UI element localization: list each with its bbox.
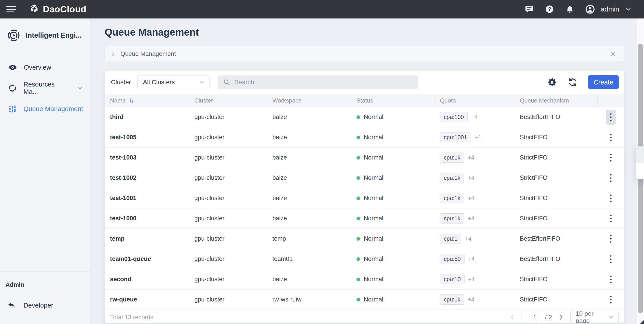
cell-cluster: gpu-cluster xyxy=(189,269,267,289)
cell-queue-mechanism: BestEffortFIFO xyxy=(514,229,598,249)
cell-status: Normal xyxy=(351,208,434,229)
cluster-select-value: All Clusters xyxy=(143,79,175,86)
row-actions-button[interactable] xyxy=(606,130,616,145)
quota-chip: cpu:50 xyxy=(440,254,464,264)
refresh-icon[interactable] xyxy=(567,77,578,88)
cell-name: rw-queue xyxy=(105,290,189,310)
prev-page-icon[interactable] xyxy=(509,314,516,321)
menu-icon[interactable] xyxy=(6,6,16,12)
sidebar-item-queue-management[interactable]: Queue Management xyxy=(0,98,90,119)
product-label: Intelligent Engi... xyxy=(26,31,82,39)
cell-quota: cpu:1k +4 xyxy=(434,290,514,310)
cell-actions xyxy=(598,148,624,168)
menu-item-delete[interactable]: Delete xyxy=(636,163,644,179)
cell-actions xyxy=(598,127,624,147)
status-label: Normal xyxy=(364,276,383,283)
cell-actions xyxy=(598,168,624,188)
status-dot xyxy=(356,176,360,180)
chevron-down-icon xyxy=(77,85,84,91)
cluster-select[interactable]: All Clusters xyxy=(137,75,210,89)
help-icon[interactable]: ? xyxy=(545,4,554,14)
row-actions-button[interactable] xyxy=(606,171,616,185)
chat-icon[interactable] xyxy=(524,4,534,14)
user-menu[interactable]: admin xyxy=(585,4,632,14)
row-actions-button[interactable] xyxy=(606,150,616,165)
svg-text:?: ? xyxy=(548,6,551,12)
quota-chip: cpu:1001 xyxy=(440,132,471,142)
row-actions-button[interactable] xyxy=(606,272,616,287)
cell-quota: cpu:50 +4 xyxy=(434,249,514,269)
status-dot xyxy=(356,156,360,160)
cell-actions xyxy=(598,107,624,127)
cell-cluster: gpu-cluster xyxy=(189,168,267,188)
cell-workspace: baize xyxy=(267,208,351,229)
status-label: Normal xyxy=(364,296,383,303)
row-actions-button[interactable] xyxy=(606,211,616,226)
gear-icon[interactable] xyxy=(546,77,558,88)
per-page-select[interactable]: 10 per page xyxy=(570,311,619,323)
close-icon[interactable] xyxy=(610,51,616,57)
main: Queue Management Queue Management Cluste… xyxy=(90,18,636,324)
resources-icon xyxy=(8,84,17,92)
status-dot xyxy=(356,298,360,302)
cell-actions xyxy=(598,188,624,208)
breadcrumb-tab[interactable]: Queue Management xyxy=(120,50,176,57)
cell-queue-mechanism: BestEffortFIFO xyxy=(514,107,598,127)
cell-status: Normal xyxy=(351,290,434,310)
search-box xyxy=(218,75,418,89)
cell-name: team01-queue xyxy=(105,249,189,269)
table-header: Name Cluster Workspace Status Quota Queu… xyxy=(105,94,624,107)
sidebar-item-label: Developer xyxy=(24,302,53,309)
sidebar: Intelligent Engi... Overview xyxy=(0,18,90,324)
pagination: / 2 10 per page xyxy=(509,311,619,323)
row-actions-button[interactable] xyxy=(606,191,616,206)
row-actions-button[interactable] xyxy=(606,252,616,267)
topbar: DaoCloud ? xyxy=(0,0,644,18)
column-label: Name xyxy=(110,97,126,104)
row-actions-button[interactable] xyxy=(606,110,616,125)
column-label: Queue Mechanism xyxy=(520,97,569,104)
status-dot xyxy=(356,136,360,139)
sidebar-product[interactable]: Intelligent Engi... xyxy=(0,18,90,51)
cell-name: second xyxy=(105,269,189,289)
status-dot xyxy=(356,278,360,281)
table-row: third gpu-cluster baize Normal cpu:100 +… xyxy=(105,107,624,127)
row-actions-button[interactable] xyxy=(606,292,616,307)
quota-chip: cpu:1k xyxy=(440,153,464,163)
breadcrumb: Queue Management xyxy=(105,46,624,61)
search-input[interactable] xyxy=(234,79,413,86)
sidebar-item-developer[interactable]: Developer xyxy=(0,301,90,310)
chevron-down-icon xyxy=(625,6,632,13)
total-records: Total 13 records xyxy=(110,314,153,321)
cell-workspace: baize xyxy=(267,168,351,188)
cell-name: temp xyxy=(105,229,189,249)
column-header-name[interactable]: Name xyxy=(105,94,189,107)
sidebar-item-resources[interactable]: Resources Ma... xyxy=(0,78,90,98)
cell-workspace: baize xyxy=(267,107,351,127)
page-number-input[interactable] xyxy=(522,311,539,323)
page-total: / 2 xyxy=(545,314,552,321)
table-row: rw-queue gpu-cluster rw-ws-ruiw Normal c… xyxy=(105,290,624,310)
cell-cluster: gpu-cluster xyxy=(189,148,267,168)
table-row: test-1002 gpu-cluster baize Normal cpu:1… xyxy=(105,168,624,188)
bell-icon[interactable] xyxy=(565,4,574,14)
daocloud-logo-icon xyxy=(29,4,40,15)
cell-status: Normal xyxy=(351,127,434,147)
sidebar-nav: Overview Resources Ma... xyxy=(0,51,90,119)
cell-status: Normal xyxy=(351,269,434,289)
menu-item-update[interactable]: Update xyxy=(636,146,644,163)
brand[interactable]: DaoCloud xyxy=(29,4,86,15)
status-label: Normal xyxy=(364,195,383,202)
cell-queue-mechanism: StrictFIFO xyxy=(514,188,598,208)
toolbar-actions: Create xyxy=(546,75,619,89)
row-actions-menu: Update Delete xyxy=(636,146,644,179)
quota-extra: +4 xyxy=(468,175,474,181)
cell-cluster: gpu-cluster xyxy=(189,208,267,229)
create-button[interactable]: Create xyxy=(588,75,619,89)
sidebar-item-overview[interactable]: Overview xyxy=(0,57,90,78)
cell-workspace: baize xyxy=(267,188,351,208)
cell-name: test-1001 xyxy=(105,188,189,208)
sidebar-item-label: Overview xyxy=(24,64,51,71)
row-actions-button[interactable] xyxy=(606,231,616,246)
next-page-icon[interactable] xyxy=(558,314,565,321)
